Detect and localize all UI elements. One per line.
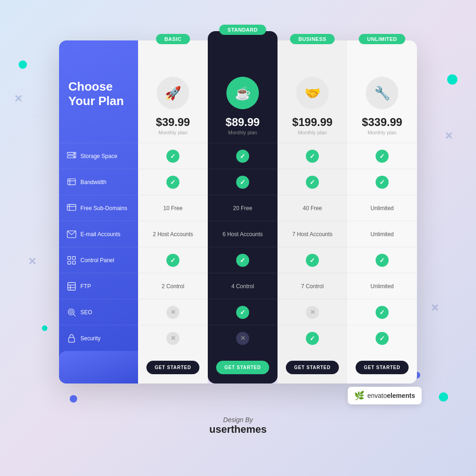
unlimited-badge: UNLIMITED — [359, 34, 405, 44]
standard-ftp: 4 Control — [208, 273, 278, 299]
basic-ftp: 2 Control — [138, 273, 208, 299]
svg-rect-13 — [68, 261, 71, 264]
svg-rect-12 — [73, 256, 75, 259]
feature-row-bandwidth: Bandwidth — [59, 169, 138, 195]
pricing-table: Choose Your Plan Storage Space Bandwidth — [59, 40, 417, 383]
standard-cpanel: ✓ — [208, 247, 278, 273]
author-label: userthemes — [209, 423, 267, 436]
feature-row-subdomains: Free Sub-Domains — [59, 195, 138, 221]
svg-point-19 — [68, 309, 74, 315]
unlimited-bandwidth: ✓ — [347, 169, 417, 195]
check-icon: ✓ — [236, 306, 249, 319]
col-unlimited: UNLIMITED 🔧 $339.99 Monthly plan ✓ ✓ Unl… — [347, 40, 417, 383]
x-icon: ✕ — [166, 332, 179, 345]
bg-deco-circle-6 — [439, 392, 448, 402]
bg-deco-circle-4 — [447, 74, 457, 85]
email-icon — [66, 229, 77, 239]
basic-period: Monthly plan — [159, 130, 187, 135]
check-icon: ✓ — [306, 150, 319, 163]
check-icon: ✓ — [166, 150, 179, 163]
svg-rect-15 — [68, 282, 76, 290]
business-get-started-button[interactable]: GET STARTED — [286, 361, 339, 374]
business-ftp: 7 Control — [278, 273, 347, 299]
envato-badge: 🌿 envatoelements — [348, 387, 422, 404]
unlimited-price: $339.99 — [362, 116, 403, 129]
standard-storage: ✓ — [208, 143, 278, 169]
feature-label-subdomains: Free Sub-Domains — [80, 205, 127, 212]
unlimited-security: ✓ — [347, 325, 417, 351]
unlimited-header: UNLIMITED 🔧 $339.99 Monthly plan — [347, 40, 417, 143]
check-icon: ✓ — [306, 332, 319, 345]
ftp-icon — [66, 281, 77, 291]
business-header: BUSINESS 🤝 $199.99 Monthly plan — [278, 40, 347, 143]
standard-seo: ✓ — [208, 299, 278, 325]
header-area: Choose Your Plan — [59, 40, 138, 143]
page-title: Choose Your Plan — [68, 79, 129, 108]
basic-price: $39.99 — [156, 116, 190, 129]
check-icon: ✓ — [236, 254, 249, 267]
svg-point-2 — [74, 153, 75, 154]
unlimited-get-started-button[interactable]: GET STARTED — [356, 361, 409, 374]
unlimited-cpanel: ✓ — [347, 247, 417, 273]
feature-row-seo: SEO — [59, 299, 138, 325]
business-icon: 🤝 — [296, 77, 329, 109]
x-icon: ✕ — [306, 306, 319, 319]
business-cpanel: ✓ — [278, 247, 347, 273]
feature-row-ftp: FTP — [59, 273, 138, 299]
envato-icon: 🌿 — [354, 390, 364, 401]
check-icon: ✓ — [376, 150, 389, 163]
standard-badge: STANDARD — [219, 25, 266, 35]
col-standard: STANDARD ☕ $89.99 Monthly plan ✓ ✓ 20 Fr… — [208, 31, 278, 383]
basic-footer: GET STARTED — [138, 351, 208, 383]
basic-get-started-button[interactable]: GET STARTED — [146, 361, 200, 374]
envato-logo-text: envatoelements — [367, 392, 415, 399]
standard-icon: ☕ — [226, 77, 259, 109]
standard-get-started-button[interactable]: GET STARTED — [216, 361, 270, 374]
standard-period: Monthly plan — [228, 130, 257, 135]
server-icon — [66, 151, 77, 161]
basic-security: ✕ — [138, 325, 208, 351]
feature-label-seo: SEO — [80, 309, 92, 316]
standard-price: $89.99 — [225, 116, 259, 129]
basic-email: 2 Host Accounts — [138, 221, 208, 247]
business-subdomains: 40 Free — [278, 195, 347, 221]
bg-deco-circle-1 — [19, 60, 27, 69]
basic-icon: 🚀 — [157, 77, 189, 109]
svg-point-3 — [74, 156, 75, 157]
svg-point-21 — [70, 311, 73, 313]
unlimited-seo: ✓ — [347, 299, 417, 325]
business-period: Monthly plan — [298, 130, 327, 135]
bandwidth-icon — [66, 177, 77, 187]
control-icon — [66, 255, 77, 265]
svg-rect-22 — [69, 337, 75, 342]
basic-subdomains: 10 Free — [138, 195, 208, 221]
bg-deco-circle-2 — [42, 325, 47, 331]
bg-deco-x-3: ✕ — [444, 130, 453, 142]
x-icon: ✕ — [236, 332, 249, 345]
feature-label-cpanel: Control Panel — [80, 257, 114, 264]
business-security: ✓ — [278, 325, 347, 351]
check-icon: ✓ — [376, 332, 389, 345]
unlimited-email: Unlimited — [347, 221, 417, 247]
business-storage: ✓ — [278, 143, 347, 169]
unlimited-subdomains: Unlimited — [347, 195, 417, 221]
basic-bandwidth: ✓ — [138, 169, 208, 195]
standard-bandwidth: ✓ — [208, 169, 278, 195]
business-badge: BUSINESS — [290, 34, 335, 44]
standard-header: STANDARD ☕ $89.99 Monthly plan — [208, 31, 278, 143]
business-email: 7 Host Accounts — [278, 221, 347, 247]
feature-label-bandwidth: Bandwidth — [80, 179, 106, 185]
feature-label-security: Security — [80, 335, 100, 342]
business-price: $199.99 — [292, 116, 333, 129]
unlimited-footer: GET STARTED — [347, 351, 417, 383]
svg-line-20 — [73, 314, 75, 316]
check-icon: ✓ — [166, 254, 179, 267]
check-icon: ✓ — [376, 176, 389, 189]
basic-header: BASIC 🚀 $39.99 Monthly plan — [138, 40, 208, 143]
col-business: BUSINESS 🤝 $199.99 Monthly plan ✓ ✓ 40 F… — [278, 40, 347, 383]
check-icon: ✓ — [236, 176, 249, 189]
feature-label-email: E-mail Accounts — [80, 231, 120, 238]
feature-label-storage: Storage Space — [80, 153, 117, 159]
feature-row-email: E-mail Accounts — [59, 221, 138, 247]
basic-seo: ✕ — [138, 299, 208, 325]
